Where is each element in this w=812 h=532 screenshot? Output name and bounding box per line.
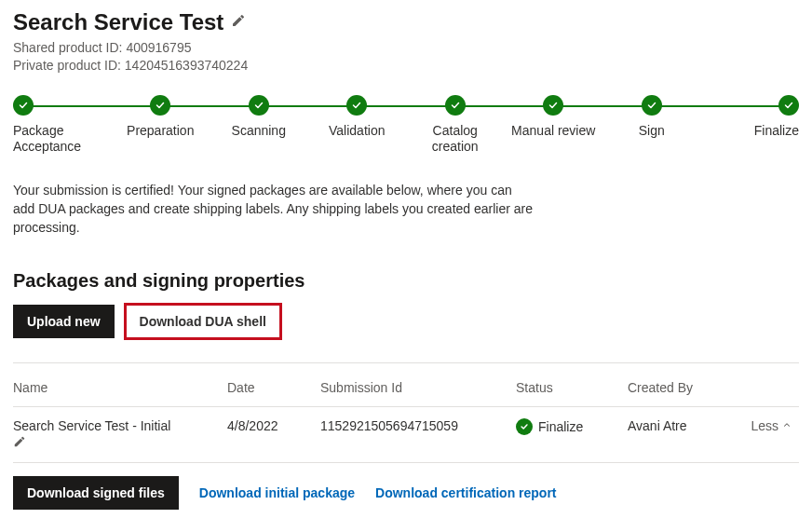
download-signed-files-button[interactable]: Download signed files	[13, 476, 179, 510]
shared-id-label: Shared product ID:	[13, 40, 123, 55]
check-circle-icon	[249, 95, 269, 116]
col-header-date: Date	[227, 369, 320, 407]
check-circle-icon	[346, 95, 367, 116]
check-circle-icon	[13, 95, 34, 116]
row-submission-id: 1152921505694715059	[320, 407, 516, 463]
packages-table: Name Date Submission Id Status Created B…	[13, 369, 799, 462]
col-header-status: Status	[516, 369, 628, 407]
toggle-label: Less	[751, 418, 778, 433]
table-row: Search Service Test - Initial 4/8/2022 1…	[13, 407, 799, 463]
check-circle-icon	[445, 95, 466, 116]
check-circle-icon	[150, 95, 170, 116]
download-dua-shell-button[interactable]: Download DUA shell	[126, 305, 280, 338]
download-initial-package-link[interactable]: Download initial package	[199, 485, 355, 500]
col-header-createdby: Created By	[628, 369, 739, 407]
divider	[13, 362, 799, 363]
page-title: Search Service Test	[13, 9, 223, 35]
progress-step: Catalog creation	[406, 95, 505, 155]
step-label: Preparation	[127, 123, 194, 139]
download-certification-report-link[interactable]: Download certification report	[375, 485, 556, 500]
progress-step: Scanning	[210, 95, 308, 155]
check-circle-icon	[543, 95, 563, 116]
step-label: Finalize	[754, 123, 799, 139]
col-header-submission: Submission Id	[320, 369, 516, 407]
private-id-value: 14204516393740224	[125, 58, 248, 73]
edit-row-icon[interactable]	[13, 435, 26, 451]
check-circle-icon	[778, 95, 799, 116]
collapse-toggle[interactable]: Less	[751, 418, 792, 433]
upload-new-button[interactable]: Upload new	[13, 305, 115, 338]
row-name: Search Service Test - Initial	[13, 418, 170, 433]
progress-step: Finalize	[701, 95, 800, 155]
progress-step: Package Acceptance	[13, 95, 112, 155]
status-message: Your submission is certified! Your signe…	[13, 182, 535, 237]
section-title: Packages and signing properties	[13, 270, 799, 292]
progress-step: Sign	[602, 95, 701, 155]
progress-step: Validation	[308, 95, 407, 155]
step-label: Sign	[639, 123, 665, 139]
step-label: Catalog creation	[409, 123, 502, 155]
private-id-label: Private product ID:	[13, 58, 121, 73]
check-circle-icon	[642, 95, 662, 116]
edit-title-icon[interactable]	[231, 13, 246, 33]
step-label: Manual review	[511, 123, 595, 139]
progress-step: Preparation	[112, 95, 210, 155]
step-label: Validation	[329, 123, 385, 139]
chevron-up-icon	[782, 420, 792, 431]
col-header-name: Name	[13, 369, 227, 407]
shared-id-value: 400916795	[126, 40, 191, 55]
row-created-by: Avani Atre	[628, 407, 739, 463]
step-label: Scanning	[232, 123, 286, 139]
progress-tracker: Package AcceptancePreparationScanningVal…	[13, 95, 799, 155]
check-circle-icon	[516, 418, 533, 435]
step-label: Package Acceptance	[13, 123, 106, 155]
row-status: Finalize	[538, 419, 583, 434]
row-date: 4/8/2022	[227, 407, 320, 463]
progress-step: Manual review	[505, 95, 603, 155]
product-ids: Shared product ID: 400916795 Private pro…	[13, 39, 799, 75]
